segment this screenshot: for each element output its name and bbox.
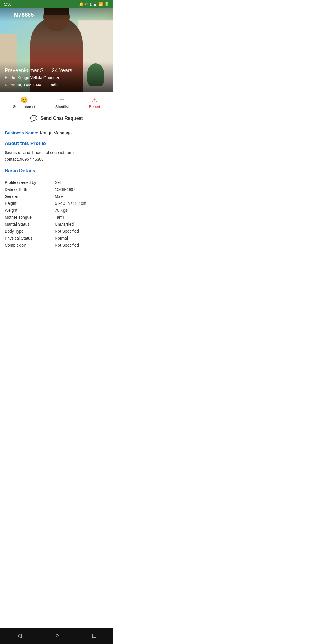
profile-id-label: M78865 — [14, 12, 34, 18]
basic-details-table: Profile created by : Self Date of Birth … — [0, 179, 113, 252]
about-section-title: About this Profile — [5, 141, 108, 146]
detail-label: Physical Status — [5, 236, 50, 240]
detail-value: UnMarried — [55, 222, 108, 227]
about-section-text: 6acres of land 1 acres of coconut farmco… — [5, 149, 108, 163]
detail-row: Date of Birth : 15-08-1997 — [5, 186, 108, 193]
battery-icon: 🔋 — [104, 2, 109, 6]
profile-name: Praveenkumar S — 24 Years — [5, 67, 108, 74]
detail-label: Marital Status — [5, 222, 50, 227]
name-text: Praveenkumar S — [5, 68, 43, 73]
chat-icon: 💬 — [30, 115, 37, 122]
detail-sep: : — [50, 229, 55, 234]
star-icon: ☆ — [59, 96, 65, 103]
detail-row: Weight : 70 Kgs — [5, 207, 108, 214]
detail-row: Mother Tongue : Tamil — [5, 214, 108, 221]
hero-image-section: ← M78865 Praveenkumar S — 24 Years Hindu… — [0, 8, 113, 92]
detail-sep: : — [50, 222, 55, 227]
shortlist-button[interactable]: ☆ Shortlist — [55, 96, 69, 109]
info-icon: ℹ — [90, 2, 92, 6]
main-scroll: ← M78865 Praveenkumar S — 24 Years Hindu… — [0, 8, 113, 272]
hero-topbar: ← M78865 — [0, 8, 113, 21]
age-text: 24 Years — [52, 68, 72, 73]
detail-value: 70 Kgs — [55, 208, 108, 213]
chat-request-row: 💬 Send Chat Request — [0, 111, 113, 126]
detail-value: 15-08-1997 — [55, 187, 108, 192]
detail-label: Weight — [5, 208, 50, 213]
smiley-icon: 😊 — [21, 96, 28, 103]
age-separator: — — [45, 68, 52, 73]
detail-value: Not Specified — [55, 243, 108, 247]
detail-value: Normal — [55, 236, 108, 240]
detail-row: Body Type : Not Specified — [5, 228, 108, 235]
detail-row: Height : 6 Ft 0 In / 182 cm — [5, 200, 108, 207]
detail-row: Marital Status : UnMarried — [5, 221, 108, 228]
detail-value: Male — [55, 194, 108, 199]
status-icons: 🔔 ⚙ ℹ ▲ 📶 🔋 — [79, 2, 109, 6]
business-name-label: Business Name: — [5, 130, 39, 135]
status-bar: 5:50 🔔 ⚙ ℹ ▲ 📶 🔋 — [0, 0, 113, 8]
detail-sep: : — [50, 236, 55, 240]
detail-label: Complexion — [5, 243, 50, 247]
detail-sep: : — [50, 215, 55, 220]
report-button[interactable]: ⚠ Report — [89, 96, 100, 109]
back-button[interactable]: ← — [4, 11, 10, 19]
send-chat-request-button[interactable]: 💬 Send Chat Request — [30, 115, 83, 122]
report-icon: ⚠ — [92, 96, 97, 103]
detail-value: Not Specified — [55, 229, 108, 234]
time-display: 5:50 — [4, 2, 11, 6]
detail-label: Profile created by — [5, 180, 50, 185]
settings-icon: ⚙ — [85, 2, 89, 6]
hero-info: Praveenkumar S — 24 Years Hindu, Kongu V… — [0, 61, 113, 92]
about-section: About this Profile 6acres of land 1 acre… — [0, 138, 113, 165]
basic-details-section: Basic Details — [0, 165, 113, 179]
detail-sep: : — [50, 187, 55, 192]
detail-sep: : — [50, 243, 55, 247]
shortlist-label: Shortlist — [55, 104, 69, 109]
detail-row: Profile created by : Self — [5, 179, 108, 186]
bell-icon: 🔔 — [79, 2, 84, 6]
chat-request-label: Send Chat Request — [40, 116, 83, 121]
detail-label: Body Type — [5, 229, 50, 234]
business-name-section: Business Name: Kongu Manangal — [0, 126, 113, 138]
detail-label: Mother Tongue — [5, 215, 50, 220]
detail-value: Tamil — [55, 215, 108, 220]
business-name-value: Kongu Manangal — [40, 130, 72, 135]
send-interest-label: Send Interest — [13, 104, 35, 109]
detail-sep: : — [50, 208, 55, 213]
profile-religion: Hindu, Kongu Vellala Gounder. — [5, 75, 108, 81]
basic-details-title: Basic Details — [5, 168, 108, 174]
detail-label: Gender — [5, 194, 50, 199]
detail-label: Height — [5, 201, 50, 206]
report-label: Report — [89, 104, 100, 109]
action-row: 😊 Send Interest ☆ Shortlist ⚠ Report — [0, 92, 113, 111]
detail-value: Self — [55, 180, 108, 185]
status-time: 5:50 — [4, 2, 11, 6]
detail-sep: : — [50, 194, 55, 199]
detail-sep: : — [50, 180, 55, 185]
detail-sep: : — [50, 201, 55, 206]
signal-icon: 📶 — [98, 2, 103, 6]
detail-label: Date of Birth — [5, 187, 50, 192]
detail-value: 6 Ft 0 In / 182 cm — [55, 201, 108, 206]
wifi-icon: ▲ — [93, 2, 97, 6]
send-interest-button[interactable]: 😊 Send Interest — [13, 96, 35, 109]
detail-row: Complexion : Not Specified — [5, 242, 108, 249]
detail-row: Gender : Male — [5, 193, 108, 200]
detail-row: Physical Status : Normal — [5, 235, 108, 242]
profile-location: Keeranur, TAMIL NADU, India. — [5, 82, 108, 88]
